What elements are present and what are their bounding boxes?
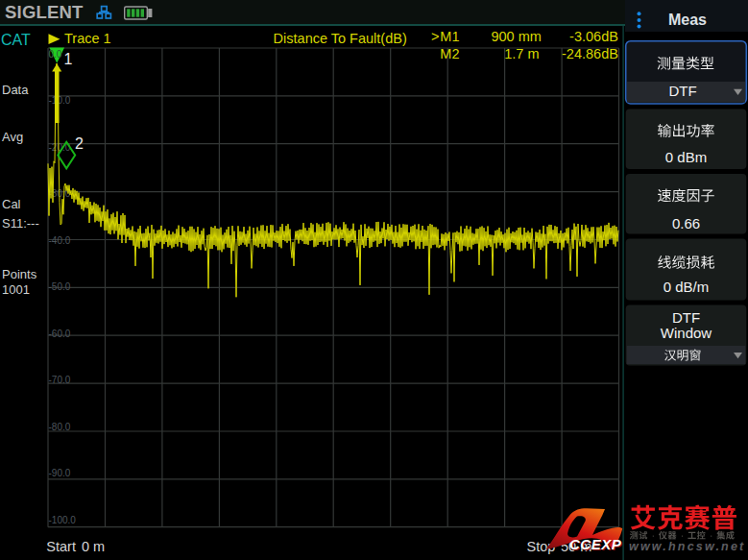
svg-text:www.hncsw.net: www.hncsw.net: [629, 540, 745, 553]
svg-text:-80.0: -80.0: [49, 422, 71, 432]
svg-text:M2: M2: [440, 46, 459, 61]
svg-text:-70.0: -70.0: [49, 375, 71, 385]
svg-text:-24.86dB: -24.86dB: [562, 46, 618, 61]
svg-text:2: 2: [75, 135, 84, 152]
svg-text:0.66: 0.66: [672, 215, 700, 231]
svg-text:0 m: 0 m: [82, 539, 105, 554]
svg-text:Distance To Fault(dB): Distance To Fault(dB): [274, 31, 407, 46]
svg-text:-10.0: -10.0: [49, 95, 71, 106]
svg-text:1: 1: [64, 51, 73, 67]
svg-text:-50.0: -50.0: [49, 281, 71, 292]
svg-text:0 dB/m: 0 dB/m: [664, 279, 710, 295]
svg-text:Window: Window: [661, 325, 712, 341]
svg-text:CAT: CAT: [1, 32, 31, 48]
svg-text:-90.0: -90.0: [49, 468, 71, 478]
svg-text:0 dBm: 0 dBm: [665, 149, 707, 165]
svg-text:-60.0: -60.0: [49, 329, 71, 339]
svg-text:900 mm: 900 mm: [491, 29, 541, 44]
svg-text:Data: Data: [2, 83, 29, 97]
svg-text:1.7 m: 1.7 m: [504, 46, 539, 61]
svg-text:Cal: Cal: [2, 197, 21, 211]
svg-text:CCEXP: CCEXP: [569, 536, 622, 552]
svg-text:DTF: DTF: [668, 83, 696, 99]
svg-text:S11:---: S11:---: [2, 216, 39, 231]
svg-text:Avg: Avg: [2, 130, 23, 144]
svg-text:-100.0: -100.0: [49, 515, 77, 525]
svg-text:1001: 1001: [2, 282, 30, 297]
svg-text:DTF: DTF: [672, 309, 700, 326]
svg-text:-3.06dB: -3.06dB: [569, 29, 618, 44]
svg-text:SIGLENT: SIGLENT: [5, 2, 84, 22]
svg-text:Start: Start: [46, 539, 76, 554]
svg-text:Points: Points: [2, 267, 37, 281]
svg-text:M1: M1: [440, 29, 459, 44]
svg-text:-40.0: -40.0: [49, 235, 71, 246]
svg-text:>: >: [431, 29, 439, 44]
svg-text:Meas: Meas: [668, 12, 707, 28]
svg-text:Trace 1: Trace 1: [64, 31, 111, 46]
svg-text:0.0: 0.0: [49, 49, 62, 60]
